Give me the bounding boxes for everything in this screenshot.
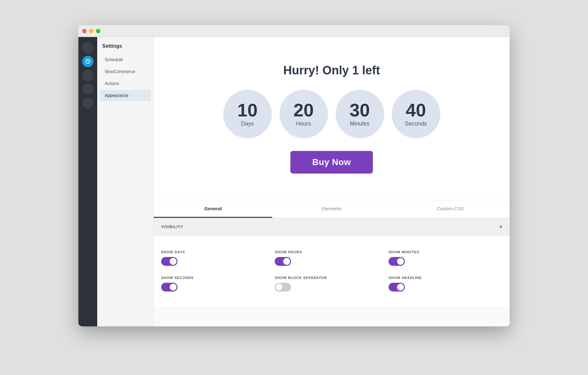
toggle-show-hours-label: SHOW HOURS [275,250,388,254]
toggle-show-block-separator-switch[interactable] [275,283,291,292]
toggle-show-seconds: SHOW SECONDS [161,271,275,297]
toggle-show-block-separator-track [275,283,291,292]
sidebar-icon-2[interactable] [82,56,93,67]
nav-item-appearance[interactable]: Appearance [100,90,151,101]
toggle-show-headline-track [389,283,405,292]
toggle-show-hours-switch[interactable] [275,257,291,266]
main-layout: Settings Schedule WooCommerce Actions Ap… [78,37,510,326]
sidebar-icon-1[interactable] [82,42,93,53]
nav-item-woocommerce[interactable]: WooCommerce [100,66,151,77]
toggle-show-days-track [161,257,177,266]
toggle-show-days: SHOW DAYS [161,245,275,271]
toggle-show-hours-thumb [283,258,290,265]
toggle-show-block-separator: SHOW BLOCK SEPARATOR [275,271,388,297]
settings-panel: VISIBILITY ▾ SHOW DAYS SHOW HOURS [154,218,510,326]
toggle-show-minutes-label: SHOW MINUTES [389,250,502,254]
preview-area: Hurry! Only 1 left 10 Days 20 Hours 30 M… [154,37,510,200]
icon-sidebar [78,37,97,326]
toggle-show-hours-track [275,257,291,266]
minimize-button[interactable] [89,29,93,33]
countdown-days-label: Days [241,121,254,127]
countdown-row: 10 Days 20 Hours 30 Minutes 40 Seconds [223,90,440,138]
sidebar-icon-4[interactable] [82,83,93,95]
sidebar-icon-3[interactable] [82,70,93,81]
toggle-show-minutes-track [389,257,405,266]
countdown-minutes-number: 30 [350,101,370,119]
toggle-show-headline-switch[interactable] [389,283,405,292]
countdown-days-number: 10 [237,101,258,119]
toggle-show-block-separator-thumb [276,284,283,291]
close-button[interactable] [82,29,87,33]
toggle-show-seconds-switch[interactable] [161,283,177,292]
visibility-label: VISIBILITY [161,225,183,229]
toggle-show-days-thumb [170,258,177,265]
maximize-button[interactable] [96,29,100,33]
toggle-show-headline-label: SHOW HEADLINE [389,276,502,280]
toggle-show-seconds-thumb [170,284,177,291]
settings-sidebar: Settings Schedule WooCommerce Actions Ap… [97,37,154,326]
titlebar [78,25,510,37]
buy-now-button[interactable]: Buy Now [290,151,373,174]
main-content: Hurry! Only 1 left 10 Days 20 Hours 30 M… [154,37,510,326]
preview-headline: Hurry! Only 1 left [283,64,380,77]
tab-general[interactable]: General [154,200,272,218]
countdown-minutes: 30 Minutes [336,90,384,138]
countdown-minutes-label: Minutes [350,121,369,127]
nav-item-actions[interactable]: Actions [100,78,151,89]
toggles-grid: SHOW DAYS SHOW HOURS [154,236,510,306]
app-window: Settings Schedule WooCommerce Actions Ap… [78,25,510,326]
toggle-show-hours: SHOW HOURS [275,245,388,271]
nav-item-schedule[interactable]: Schedule [100,54,151,65]
countdown-seconds: 40 Seconds [392,90,440,138]
tab-custom-css[interactable]: Custom CSS [391,200,510,218]
toggle-show-block-separator-label: SHOW BLOCK SEPARATOR [275,276,388,280]
countdown-hours: 20 Hours [279,90,328,138]
countdown-hours-label: Hours [296,121,311,127]
toggle-show-headline: SHOW HEADLINE [389,271,502,297]
toggle-show-seconds-track [161,283,177,292]
toggle-show-minutes-thumb [397,258,404,265]
countdown-days: 10 Days [223,90,272,138]
tabs-bar: General Elements Custom CSS [154,200,510,218]
tab-elements[interactable]: Elements [272,200,391,218]
toggle-show-seconds-label: SHOW SECONDS [161,276,275,280]
visibility-section-header[interactable]: VISIBILITY ▾ [154,218,510,236]
toggle-show-days-switch[interactable] [161,257,177,266]
countdown-seconds-label: Seconds [405,121,427,127]
toggle-show-minutes-switch[interactable] [389,257,405,266]
toggle-show-days-label: SHOW DAYS [161,250,275,254]
countdown-seconds-number: 40 [406,101,426,119]
toggle-show-headline-thumb [397,284,404,291]
countdown-hours-number: 20 [294,101,314,119]
sidebar-title: Settings [97,37,153,54]
toggle-show-minutes: SHOW MINUTES [389,245,502,271]
sidebar-icon-5[interactable] [82,97,93,109]
chevron-down-icon: ▾ [500,224,502,230]
